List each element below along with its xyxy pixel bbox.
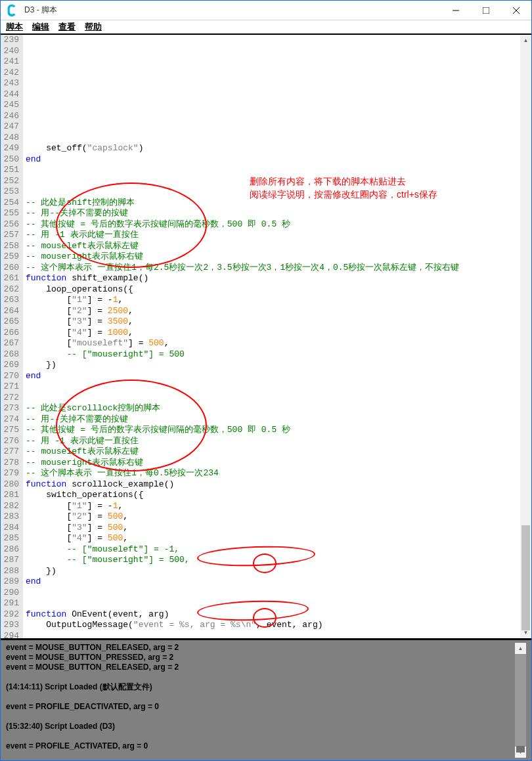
console-scroll-track[interactable] — [515, 654, 526, 747]
line-number: 264 — [3, 306, 19, 317]
code-line[interactable]: end — [26, 154, 520, 165]
code-line[interactable]: end — [26, 576, 520, 588]
code-line[interactable]: end — [26, 371, 520, 382]
code-line[interactable] — [26, 598, 520, 609]
code-line[interactable]: function shift_example() — [26, 273, 520, 284]
code-line[interactable]: -- 用 -1 表示此键一直按住 — [26, 436, 520, 447]
code-editor[interactable]: 2392402412422432442452462472482492502512… — [1, 35, 520, 638]
line-number: 271 — [3, 381, 19, 393]
line-number: 268 — [3, 349, 19, 360]
code-line[interactable]: -- 其他按键 = 号后的数字表示按键间隔的毫秒数，500 即 0.5 秒 — [26, 425, 520, 436]
line-number: 255 — [3, 208, 19, 219]
line-number: 249 — [3, 143, 19, 154]
line-number: 276 — [3, 436, 19, 447]
code-line[interactable]: ["4"] = 500, — [26, 533, 520, 544]
code-line[interactable]: -- 此处是scrolllock控制的脚本 — [26, 403, 520, 414]
line-number: 252 — [3, 176, 19, 187]
line-number: 260 — [3, 263, 19, 274]
line-number: 262 — [3, 284, 19, 295]
code-line[interactable]: -- mouseright表示鼠标右键 — [26, 458, 520, 469]
code-line[interactable]: OutputLogMessage("event = %s, arg = %s\n… — [26, 620, 520, 631]
code-line[interactable]: -- ["mouseright"] = 500 — [26, 349, 520, 360]
annotation-text-1: 删除所有内容，将下载的脚本粘贴进去 — [250, 176, 406, 187]
code-line[interactable]: -- mouseright表示鼠标右键 — [26, 251, 520, 263]
scroll-track[interactable] — [520, 46, 531, 627]
line-number: 278 — [3, 458, 19, 469]
console-scrollbar[interactable]: ▲ ▼ — [515, 643, 526, 758]
code-line[interactable]: function scrolllock_example() — [26, 479, 520, 490]
line-number: 247 — [3, 121, 19, 133]
line-number: 283 — [3, 511, 19, 523]
code-line[interactable]: ["2"] = 500, — [26, 511, 520, 523]
code-line[interactable]: loop_operations({ — [26, 284, 520, 295]
code-line[interactable]: ["2"] = 2500, — [26, 306, 520, 317]
code-line[interactable]: ["4"] = 1000, — [26, 328, 520, 339]
code-line[interactable] — [26, 381, 520, 393]
code-line[interactable]: switch_operations({ — [26, 490, 520, 501]
menu-help[interactable]: 帮助 — [85, 21, 102, 33]
code-line[interactable]: -- 这个脚本表示 一直按住1，每2.5秒按一次2，3.5秒按一次3，1秒按一次… — [26, 263, 520, 274]
line-number: 242 — [3, 68, 19, 79]
line-number: 285 — [3, 533, 19, 544]
line-number: 253 — [3, 186, 19, 198]
maximize-button[interactable] — [471, 1, 501, 20]
code-line[interactable] — [26, 631, 520, 639]
line-number: 269 — [3, 360, 19, 371]
code-line[interactable] — [26, 588, 520, 599]
menubar: 脚本 编辑 查看 帮助 — [1, 20, 531, 35]
line-number: 274 — [3, 414, 19, 425]
line-number: 257 — [3, 230, 19, 241]
code-line[interactable]: ["3"] = 3500, — [26, 316, 520, 328]
close-button[interactable] — [501, 1, 531, 20]
code-line[interactable]: -- ["mouseright"] = 500, — [26, 555, 520, 566]
code-line[interactable] — [26, 165, 520, 176]
code-line[interactable]: ["mouseleft"] = 500, — [26, 338, 520, 349]
code-line[interactable]: -- 这个脚本表示 一直按住1，每0.5秒按一次234 — [26, 468, 520, 479]
code-line[interactable]: function OnEvent(event, arg) — [26, 609, 520, 620]
titlebar[interactable]: D3 - 脚本 — [1, 1, 531, 20]
menu-view[interactable]: 查看 — [58, 21, 76, 33]
code-line[interactable]: -- 用--关掉不需要的按键 — [26, 414, 520, 425]
svg-rect-1 — [483, 7, 489, 14]
code-line[interactable]: }) — [26, 566, 520, 577]
code-line[interactable] — [26, 393, 520, 404]
line-number: 251 — [3, 165, 19, 176]
code-line[interactable]: ["3"] = 500, — [26, 523, 520, 534]
line-number: 241 — [3, 56, 19, 68]
editor-area: 2392402412422432442452462472482492502512… — [1, 35, 531, 638]
code-line[interactable]: ["1"] = -1, — [26, 295, 520, 306]
console-text[interactable]: event = MOUSE_BUTTON_RELEASED, arg = 2 e… — [6, 643, 515, 758]
line-number: 243 — [3, 78, 19, 89]
line-number: 281 — [3, 490, 19, 501]
line-number: 293 — [3, 620, 19, 631]
menu-script[interactable]: 脚本 — [6, 21, 23, 33]
line-number: 273 — [3, 403, 19, 414]
console-scroll-thumb[interactable] — [516, 746, 525, 752]
code-content[interactable]: 删除所有内容，将下载的脚本粘贴进去 阅读绿字说明，按需修改红圈内容，ctrl+s… — [23, 35, 520, 638]
scroll-thumb[interactable] — [521, 525, 530, 630]
code-line[interactable]: -- 用--关掉不需要的按键 — [26, 208, 520, 219]
line-number: 258 — [3, 241, 19, 252]
window-title: D3 - 脚本 — [24, 5, 441, 16]
line-number: 279 — [3, 468, 19, 479]
menu-edit[interactable]: 编辑 — [32, 21, 49, 33]
line-number: 270 — [3, 371, 19, 382]
line-gutter: 2392402412422432442452462472482492502512… — [1, 35, 23, 638]
code-line[interactable]: -- 用 -1 表示此键一直按住 — [26, 230, 520, 241]
scroll-up-button[interactable]: ▲ — [520, 35, 531, 46]
code-line[interactable]: set_off("capslock") — [26, 143, 520, 154]
code-line[interactable]: -- ["mouseleft"] = -1, — [26, 544, 520, 555]
code-line[interactable]: ["1"] = -1, — [26, 501, 520, 512]
minimize-button[interactable] — [441, 1, 471, 20]
line-number: 277 — [3, 446, 19, 458]
line-number: 240 — [3, 46, 19, 57]
code-line[interactable]: -- mouseleft表示鼠标左键 — [26, 241, 520, 252]
code-line[interactable]: -- mouseleft表示鼠标左键 — [26, 446, 520, 458]
code-line[interactable]: -- 其他按键 = 号后的数字表示按键间隔的毫秒数，500 即 0.5 秒 — [26, 219, 520, 230]
code-line[interactable]: }) — [26, 360, 520, 371]
vertical-scrollbar[interactable]: ▲ ▼ — [520, 35, 531, 638]
line-number: 248 — [3, 133, 19, 144]
console-scroll-up[interactable]: ▲ — [515, 643, 526, 654]
line-number: 245 — [3, 100, 19, 111]
line-number: 250 — [3, 154, 19, 165]
